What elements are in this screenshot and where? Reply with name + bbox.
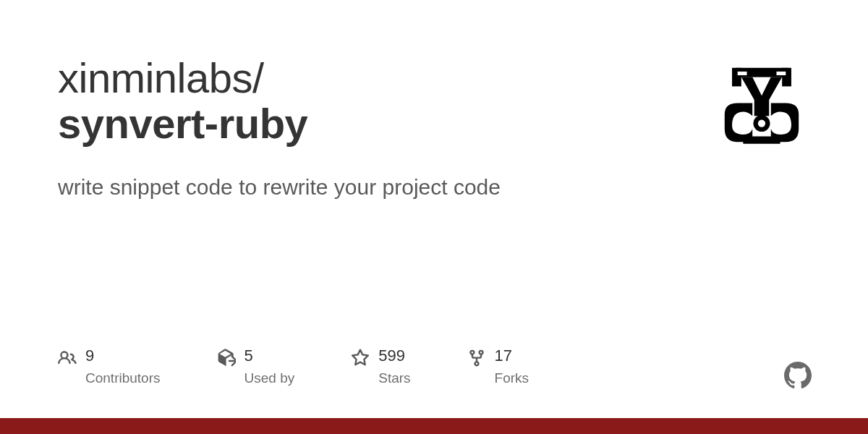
stars-label: Stars (378, 370, 410, 386)
contributors-value: 9 (85, 347, 161, 365)
stars-value: 599 (378, 347, 410, 365)
svg-rect-8 (776, 72, 786, 75)
stat-contributors: 9 Contributors (58, 347, 161, 386)
stat-text: 17 Forks (495, 347, 529, 386)
stats-row: 9 Contributors 5 Used by 599 Stars (58, 347, 529, 386)
svg-rect-6 (743, 137, 780, 144)
owner-avatar (713, 56, 810, 153)
stat-text: 599 Stars (378, 347, 410, 386)
repo-owner: xinminlabs/ (58, 56, 307, 101)
svg-rect-7 (738, 72, 747, 75)
repo-social-card: xinminlabs/ synvert-ruby (0, 0, 868, 434)
forks-value: 17 (495, 347, 529, 365)
used-by-value: 5 (244, 347, 295, 365)
package-dependents-icon (217, 349, 236, 367)
fork-icon (467, 349, 486, 367)
header-row: xinminlabs/ synvert-ruby (58, 56, 810, 153)
star-icon (351, 349, 370, 367)
svg-marker-3 (741, 77, 782, 103)
repo-name: synvert-ruby (58, 102, 307, 146)
people-icon (58, 349, 77, 367)
repo-owner-text: xinminlabs (58, 54, 252, 101)
stat-forks: 17 Forks (467, 347, 529, 386)
stat-text: 5 Used by (244, 347, 295, 386)
svg-point-9 (758, 119, 765, 127)
svg-rect-1 (732, 68, 741, 87)
stat-stars: 599 Stars (351, 347, 410, 386)
stat-used-by: 5 Used by (217, 347, 295, 386)
repo-description: write snippet code to rewrite your proje… (58, 175, 810, 200)
svg-rect-4 (754, 99, 769, 116)
used-by-label: Used by (244, 370, 295, 386)
repo-title-block: xinminlabs/ synvert-ruby (58, 56, 307, 146)
svg-rect-2 (782, 68, 791, 87)
avatar-glyph-icon (715, 59, 808, 151)
language-bar (0, 418, 868, 434)
github-mark-icon (784, 362, 812, 389)
forks-label: Forks (495, 370, 529, 386)
contributors-label: Contributors (85, 370, 161, 386)
stat-text: 9 Contributors (85, 347, 161, 386)
